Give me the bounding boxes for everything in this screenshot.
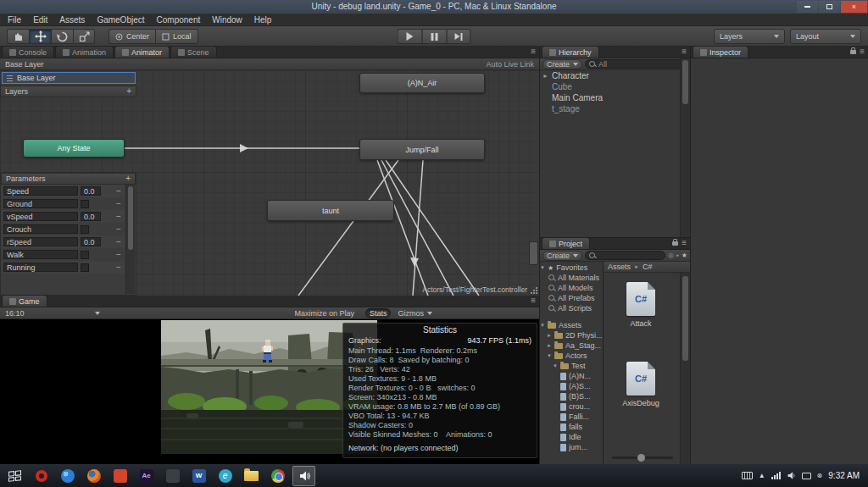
taskbar-app-red[interactable] bbox=[108, 466, 131, 486]
clock[interactable]: 9:32 AM bbox=[828, 471, 860, 480]
tree-folder[interactable]: ▼Test bbox=[540, 361, 603, 371]
taskbar-app-dark[interactable] bbox=[161, 466, 184, 486]
tree-folder[interactable]: ►Aa_Stag... bbox=[540, 340, 603, 351]
expand-arrow-icon[interactable]: ► bbox=[547, 333, 552, 338]
breadcrumb[interactable]: Base Layer bbox=[5, 60, 44, 69]
gizmos-dropdown[interactable]: Gizmos bbox=[398, 309, 432, 318]
parameter-checkbox[interactable] bbox=[81, 225, 89, 234]
parameters-scrollbar[interactable] bbox=[125, 185, 135, 294]
taskbar-app-browser[interactable] bbox=[56, 466, 79, 486]
add-layer-button[interactable]: + bbox=[126, 87, 131, 96]
slider-knob[interactable] bbox=[637, 454, 645, 462]
parameter-name-field[interactable]: Running bbox=[3, 263, 78, 272]
taskbar-app-firefox[interactable] bbox=[82, 466, 105, 486]
panel-menu-icon[interactable]: ≡ bbox=[682, 47, 687, 56]
create-dropdown[interactable]: Create bbox=[542, 251, 582, 261]
space-local-button[interactable]: Local bbox=[155, 29, 198, 44]
remove-parameter-button[interactable]: − bbox=[114, 200, 123, 208]
tab-hierarchy[interactable]: Hierarchy bbox=[542, 46, 599, 58]
project-search-input[interactable] bbox=[585, 251, 665, 260]
state-node-any-state[interactable]: Any State bbox=[23, 139, 125, 158]
display-icon[interactable] bbox=[802, 473, 811, 479]
taskbar-app-word[interactable]: W bbox=[187, 466, 210, 486]
layers-dropdown[interactable]: Layers bbox=[714, 29, 785, 44]
asset-file-axisdebug[interactable]: C# AxisDebug bbox=[604, 362, 678, 407]
menu-component[interactable]: Component bbox=[151, 15, 207, 25]
tree-item[interactable]: (A)N... bbox=[540, 371, 603, 381]
tree-folder[interactable]: ▼Actors bbox=[540, 351, 603, 361]
parameter-name-field[interactable]: Walk bbox=[3, 250, 78, 259]
asset-file-attack[interactable]: C# Attack bbox=[604, 282, 678, 328]
lock-icon[interactable] bbox=[850, 50, 856, 54]
tree-assets-root[interactable]: ▼Assets bbox=[540, 320, 603, 330]
parameter-name-field[interactable]: Crouch bbox=[3, 224, 78, 234]
tab-inspector[interactable]: Inspector bbox=[693, 46, 748, 58]
parameter-checkbox[interactable] bbox=[81, 251, 89, 259]
layer-item-base-layer[interactable]: Base Layer bbox=[2, 72, 136, 84]
menu-file[interactable]: File bbox=[2, 15, 27, 25]
tree-favorites[interactable]: ▼★Favorites bbox=[540, 263, 603, 273]
stats-toggle[interactable]: Stats bbox=[365, 308, 392, 318]
hierarchy-search-input[interactable]: All bbox=[585, 59, 687, 69]
play-button[interactable] bbox=[398, 29, 422, 44]
parameter-checkbox[interactable] bbox=[81, 200, 89, 208]
search-by-label-icon[interactable]: ▪ bbox=[676, 252, 679, 259]
remove-parameter-button[interactable]: − bbox=[114, 263, 123, 272]
tab-animation[interactable]: Animation bbox=[55, 46, 114, 58]
show-hidden-icons[interactable]: ▲ bbox=[759, 472, 765, 479]
expand-arrow-icon[interactable]: ► bbox=[542, 73, 548, 79]
volume-icon[interactable] bbox=[787, 471, 796, 480]
scrollbar-thumb[interactable] bbox=[682, 60, 688, 104]
parameter-name-field[interactable]: Ground bbox=[3, 199, 78, 208]
thumbnail-zoom-slider[interactable] bbox=[612, 457, 673, 459]
tree-folder[interactable]: ►2D Physi... bbox=[540, 330, 603, 340]
menu-gameobject[interactable]: GameObject bbox=[91, 15, 150, 25]
keyboard-icon[interactable] bbox=[742, 472, 753, 479]
scrollbar-thumb[interactable] bbox=[128, 186, 133, 250]
state-node-jump-fall[interactable]: Jump/Fall bbox=[359, 139, 485, 160]
menu-edit[interactable]: Edit bbox=[27, 15, 53, 25]
remove-parameter-button[interactable]: − bbox=[114, 213, 123, 221]
tab-project[interactable]: Project bbox=[542, 237, 590, 249]
tree-item[interactable]: (A)S... bbox=[540, 381, 603, 391]
tree-item[interactable]: Falli... bbox=[540, 412, 603, 422]
hand-tool-button[interactable] bbox=[7, 29, 29, 44]
hierarchy-item-character[interactable]: ►Character bbox=[540, 70, 680, 81]
parameter-name-field[interactable]: Speed bbox=[3, 186, 78, 196]
create-dropdown[interactable]: Create bbox=[542, 59, 582, 69]
move-tool-button[interactable] bbox=[29, 29, 51, 44]
canvas-scrollbar-thumb[interactable] bbox=[529, 241, 538, 265]
hierarchy-item-main-camera[interactable]: Main Camera bbox=[540, 92, 680, 103]
collapse-arrow-icon[interactable]: ▼ bbox=[540, 265, 545, 270]
start-button[interactable] bbox=[3, 466, 26, 486]
scrollbar-thumb[interactable] bbox=[682, 276, 688, 361]
rotate-tool-button[interactable] bbox=[51, 29, 73, 44]
tab-console[interactable]: Console bbox=[2, 46, 54, 58]
tab-scene[interactable]: Scene bbox=[170, 46, 217, 58]
tree-item[interactable]: crou... bbox=[540, 401, 603, 412]
tree-item[interactable]: All Materials bbox=[540, 273, 603, 283]
hierarchy-item-t-stage[interactable]: t_stage bbox=[540, 103, 680, 114]
panel-menu-icon[interactable]: ≡ bbox=[860, 47, 865, 56]
notification-icon[interactable]: ⊗ bbox=[817, 472, 823, 479]
breadcrumb-current[interactable]: C# bbox=[643, 263, 653, 271]
scale-tool-button[interactable] bbox=[73, 29, 95, 44]
collapse-arrow-icon[interactable]: ▼ bbox=[540, 323, 545, 328]
add-parameter-button[interactable]: + bbox=[125, 174, 131, 183]
hierarchy-scrollbar[interactable] bbox=[680, 58, 690, 237]
tree-item[interactable]: All Scripts bbox=[540, 303, 603, 313]
parameter-name-field[interactable]: vSpeed bbox=[3, 212, 78, 221]
remove-parameter-button[interactable]: − bbox=[114, 187, 123, 196]
resize-grip-icon[interactable] bbox=[531, 287, 537, 294]
menu-assets[interactable]: Assets bbox=[53, 15, 91, 25]
maximize-button[interactable] bbox=[819, 1, 840, 13]
panel-menu-icon[interactable]: ≡ bbox=[682, 239, 687, 247]
state-node-taunt[interactable]: taunt bbox=[267, 200, 394, 221]
collapse-arrow-icon[interactable]: ▼ bbox=[553, 363, 558, 368]
taskbar-app-chrome[interactable] bbox=[266, 466, 289, 486]
collapse-arrow-icon[interactable]: ▼ bbox=[547, 353, 552, 358]
menu-help[interactable]: Help bbox=[248, 15, 278, 25]
tab-game[interactable]: Game bbox=[2, 295, 47, 307]
tree-item[interactable]: All Models bbox=[540, 283, 603, 293]
parameter-value-field[interactable]: 0.0 bbox=[81, 186, 101, 196]
